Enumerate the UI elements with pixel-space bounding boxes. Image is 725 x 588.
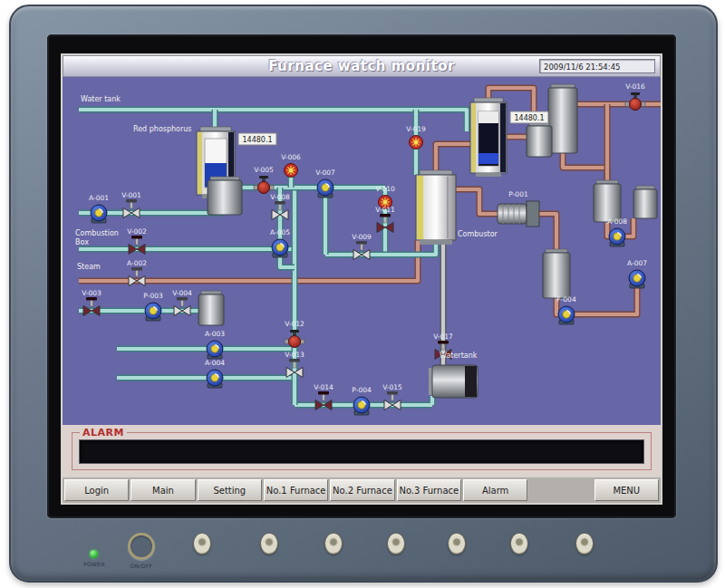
pipe: [563, 153, 607, 184]
nav-spacer: [529, 479, 592, 501]
login-button[interactable]: Login: [64, 479, 129, 501]
screen: Furnace watch monitor 2009/11/6 21:54:45: [61, 53, 662, 505]
diagram-label: Watertank: [440, 352, 478, 360]
device-tag: P-004: [352, 386, 372, 394]
tank-v: [208, 177, 242, 215]
menu-button[interactable]: MENU: [594, 479, 659, 501]
pump-A-001: A-001: [89, 194, 109, 223]
pump-F-004: F-004: [556, 295, 576, 324]
pipe: [456, 189, 498, 214]
function-button-5[interactable]: [448, 533, 466, 554]
device-tag: V-012: [285, 320, 304, 328]
function-button-4[interactable]: [387, 533, 405, 554]
function-button-7[interactable]: [575, 533, 594, 554]
no1-furnace-button[interactable]: No.1 Furnace: [264, 479, 328, 501]
device-tag: V-004: [172, 289, 192, 297]
alarm-box: ALARM: [72, 432, 652, 470]
indicator-value: 14480.1: [514, 114, 544, 122]
function-button-6[interactable]: [510, 533, 528, 554]
indicator-value: 14480.1: [242, 136, 272, 144]
process-diagram: P-00114480.114480.1 A-001V-001V-002A-002…: [63, 77, 661, 425]
device-tag: F-004: [556, 295, 576, 304]
no3-furnace-button[interactable]: No.3 Furnace: [397, 479, 461, 501]
setting-button[interactable]: Setting: [198, 479, 262, 501]
alarm-title: ALARM: [80, 427, 127, 439]
navigation-button-row: Login Main Setting No.1 Furnace No.2 Fur…: [63, 477, 661, 503]
device-tag: A-003: [205, 330, 225, 338]
screen-frame: Furnace watch monitor 2009/11/6 21:54:45: [47, 34, 676, 518]
gauge-V-019: V-019: [406, 125, 426, 149]
pump-P-004: P-004: [352, 386, 372, 415]
display-button-label: ON/OFF: [121, 563, 161, 569]
device-tag: V-007: [315, 169, 335, 177]
diagram-label: Combustor: [458, 230, 498, 238]
diagram-label: Water tank: [81, 95, 121, 103]
monitor-bezel: Furnace watch monitor 2009/11/6 21:54:45: [9, 5, 718, 583]
device-tag: V-010: [375, 185, 395, 193]
diagram-label: Combustion: [75, 229, 119, 237]
title-bar: Furnace watch monitor 2009/11/6 21:54:45: [63, 55, 661, 77]
pump-A-003: A-003: [205, 330, 225, 359]
diagram-label: Steam: [77, 263, 101, 271]
device-tag: V-009: [352, 233, 372, 241]
device-tag: V-005: [254, 166, 274, 174]
pump-V-007: V-007: [315, 169, 335, 198]
tank-v: [633, 186, 657, 218]
pump-A-007: A-007: [627, 259, 647, 288]
alarm-message-display: [79, 439, 644, 464]
function-button-3[interactable]: [324, 533, 343, 554]
device-tag: A-007: [627, 259, 647, 267]
device-tag: A-001: [89, 194, 109, 202]
motor: P-001: [498, 190, 539, 227]
alarm-panel: ALARM: [63, 425, 661, 476]
pump-A-004: A-004: [205, 359, 225, 388]
device-tag: V-008: [270, 193, 290, 201]
device-tag: V-019: [406, 125, 426, 133]
display-on-off-button[interactable]: [128, 533, 155, 560]
valve-V-016: V-016: [625, 82, 645, 111]
function-button-1[interactable]: [193, 533, 211, 554]
device-tag: V-006: [281, 153, 301, 161]
device-tag: V-017: [433, 333, 453, 341]
tank-v: [543, 249, 570, 298]
pump-A-008: A-008: [607, 217, 627, 246]
device-tag: V-001: [121, 191, 141, 199]
gauge-V-006: V-006: [281, 153, 301, 178]
device-tag: V-002: [127, 227, 147, 236]
device-tag: V-013: [285, 351, 304, 359]
device-tag: V-015: [382, 383, 402, 391]
valve-V-012: V-012: [285, 320, 304, 348]
valve-V-005: V-005: [254, 166, 274, 194]
diagram-label: Red phosphorus: [133, 125, 192, 133]
pump-A-005: A-005: [270, 228, 290, 257]
main-button[interactable]: Main: [130, 479, 195, 501]
pump-P-003: P-003: [143, 292, 163, 321]
power-led-label: POWER: [76, 561, 112, 567]
datetime-display: 2009/11/6 21:54:45: [539, 59, 655, 73]
no2-furnace-button[interactable]: No.2 Furnace: [330, 479, 394, 501]
level-indicator: 14480.1: [510, 111, 548, 123]
reactor2: [470, 98, 507, 177]
device-tag: V-011: [375, 206, 395, 214]
device-tag: V-016: [625, 82, 645, 91]
tank-v: [594, 180, 621, 222]
tank-v: [548, 84, 577, 153]
device-tag: P-003: [143, 292, 163, 300]
level-indicator: 14480.1: [238, 133, 276, 145]
device-tag: A-002: [127, 259, 147, 267]
pipe: [539, 214, 556, 253]
equipment-label: P-001: [508, 190, 528, 198]
power-led: [90, 550, 98, 558]
piping-diagram-svg: P-00114480.114480.1 A-001V-001V-002A-002…: [63, 77, 661, 425]
tank-h: [429, 365, 478, 398]
device-tag: V-003: [82, 289, 102, 297]
combustor: [416, 170, 456, 245]
tank-v: [198, 291, 224, 325]
tank-v: [527, 122, 552, 157]
diagram-label: Box: [75, 238, 89, 246]
device-tag: V-014: [314, 383, 334, 391]
alarm-button[interactable]: Alarm: [463, 479, 527, 501]
device-tag: A-005: [270, 228, 290, 236]
function-button-2[interactable]: [260, 533, 278, 554]
device-tag: A-004: [205, 359, 225, 367]
